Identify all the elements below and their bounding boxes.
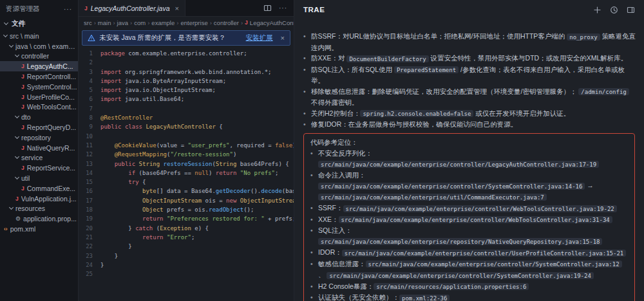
- code-line[interactable]: 11 @CookieValue(value = "user_prefs", re…: [79, 141, 294, 150]
- breadcrumb-separator-icon: ›: [94, 19, 96, 26]
- breadcrumb-item[interactable]: LegacyAuthCont...: [250, 19, 294, 26]
- tree-item-label: service: [21, 154, 43, 161]
- tree-file-row[interactable]: ⚙application.prop...: [0, 214, 78, 224]
- breadcrumb-item[interactable]: src: [84, 19, 92, 26]
- code-line[interactable]: 23 }: [79, 251, 294, 260]
- code-reference-chip[interactable]: no_proxy: [567, 33, 600, 41]
- tree-folder-row[interactable]: dto: [0, 112, 78, 122]
- code-reference-chip[interactable]: DocumentBuilderFactory: [346, 55, 428, 62]
- reference-item: •命令注入调用：src/main/java/com/example/enterp…: [310, 170, 628, 203]
- tree-folder-row[interactable]: src \ main: [0, 31, 78, 41]
- panel-layout-icon[interactable]: [627, 6, 635, 14]
- editor-more-icon[interactable]: ···: [279, 5, 287, 12]
- breadcrumb-item[interactable]: com: [134, 19, 146, 26]
- code-reference-chip[interactable]: src/main/java/com/example/enterprise/con…: [342, 250, 626, 257]
- bullet-icon: •: [303, 119, 306, 130]
- tree-file-row[interactable]: JCommandExe...: [0, 183, 78, 194]
- code-reference-chip[interactable]: src/main/resources/application.propertie…: [374, 283, 529, 290]
- code-text: import java.util.Base64;: [100, 95, 184, 104]
- tree-file-row[interactable]: JUserProfileCo...: [0, 92, 78, 102]
- code-line[interactable]: 8@RestController: [79, 113, 294, 122]
- code-line[interactable]: 21 return "Error";: [79, 233, 294, 242]
- code-line[interactable]: 15 try {: [79, 178, 294, 187]
- tree-file-row[interactable]: JSystemControl...: [0, 82, 78, 92]
- code-line[interactable]: 1package com.example.enterprise.controll…: [79, 49, 294, 58]
- split-editor-icon[interactable]: [263, 4, 272, 12]
- files-section-header[interactable]: 文件: [0, 17, 78, 31]
- reference-item: •IDOR：src/main/java/com/example/enterpri…: [310, 247, 628, 259]
- code-line[interactable]: 25: [79, 269, 294, 278]
- explorer-more-icon[interactable]: ···: [64, 6, 72, 13]
- code-line[interactable]: 13 public String restoreSession(String b…: [79, 160, 294, 169]
- files-section-label: 文件: [12, 19, 25, 28]
- breadcrumb-item[interactable]: main: [98, 19, 111, 26]
- tree-file-row[interactable]: JReportService...: [0, 163, 78, 173]
- breadcrumb-item[interactable]: controller: [214, 19, 239, 26]
- tree-file-row[interactable]: JWebToolsCont...: [0, 102, 78, 113]
- code-reference-chip[interactable]: src/main/java/com/example/enterprise/con…: [343, 205, 617, 212]
- tree-file-row[interactable]: JReportQueryD...: [0, 122, 78, 132]
- code-reference-chip[interactable]: src/main/java/com/example/enterprise/rep…: [318, 238, 602, 245]
- history-icon[interactable]: [610, 6, 618, 14]
- code-area[interactable]: 1package com.example.enterprise.controll…: [79, 47, 294, 301]
- tree-file-row[interactable]: JNativeQueryR...: [0, 143, 78, 153]
- line-number: 4: [79, 77, 100, 86]
- code-text: public String restoreSession(String base…: [100, 160, 289, 169]
- code-line[interactable]: 5import java.io.ObjectInputStream;: [79, 86, 294, 95]
- code-reference-chip[interactable]: src/main/java/com/example/enterprise/con…: [339, 216, 612, 223]
- code-line[interactable]: 3import org.springframework.web.bind.ann…: [79, 68, 294, 77]
- code-line[interactable]: 9public class LegacyAuthController {: [79, 122, 294, 131]
- chevron-down-icon: [4, 21, 8, 25]
- tree-item-label: CommandExe...: [27, 185, 75, 192]
- code-reference-chip[interactable]: pom.xml:22-36: [399, 295, 450, 301]
- code-text: @CookieValue(value = "user_prefs", requi…: [100, 141, 294, 150]
- assistant-message: •防SSRF：对URL做协议与目标地址白名单；拒绝私网/环回地址；使用HTTP客…: [294, 19, 644, 301]
- tree-file-row[interactable]: JLegacyAuthC...: [0, 61, 78, 71]
- java-file-icon: J: [15, 196, 19, 202]
- code-line[interactable]: 6import java.util.Base64;: [79, 95, 294, 104]
- notification-close-icon[interactable]: ×: [281, 34, 285, 42]
- code-line[interactable]: 18 Object prefs = ois.readObject();: [79, 205, 294, 214]
- code-reference-chip[interactable]: src/main/java/com/example/enterprise/con…: [327, 272, 593, 279]
- assistant-bullet: •防SSRF：对URL做协议与目标地址白名单；拒绝私网/环回地址；使用HTTP客…: [303, 31, 636, 53]
- tree-folder-row[interactable]: java \ com \ exampl...: [0, 41, 78, 51]
- code-line[interactable]: 20 } catch (Exception e) {: [79, 224, 294, 233]
- code-line[interactable]: 4import java.io.ByteArrayInputStream;: [79, 77, 294, 86]
- breadcrumb-item[interactable]: example: [151, 19, 175, 26]
- tree-file-row[interactable]: ‹›pom.xml: [0, 224, 78, 234]
- tree-folder-row[interactable]: util: [0, 173, 78, 183]
- code-line[interactable]: 10: [79, 132, 294, 141]
- tab-close-icon[interactable]: ×: [175, 5, 179, 12]
- code-reference-chip[interactable]: src/main/java/com/example/enterprise/uti…: [318, 194, 547, 201]
- line-number: 23: [79, 251, 100, 260]
- tree-folder-row[interactable]: repository: [0, 132, 78, 143]
- tree-folder-row[interactable]: controller: [0, 51, 78, 62]
- tree-folder-row[interactable]: service: [0, 153, 78, 163]
- code-reference-chip[interactable]: /admin/config: [578, 88, 629, 95]
- code-line[interactable]: 7: [79, 104, 294, 113]
- code-line[interactable]: 2: [79, 58, 294, 67]
- java-file-icon: J: [245, 19, 248, 26]
- tab-legacyauthcontroller[interactable]: J LegacyAuthController.java ×: [79, 0, 185, 16]
- line-number: 14: [79, 169, 100, 178]
- install-extension-link[interactable]: 安装扩展: [246, 33, 273, 42]
- reference-title: 代码参考定位：: [310, 136, 628, 148]
- code-reference-chip[interactable]: src/main/java/com/example/enterprise/con…: [318, 161, 599, 168]
- new-chat-icon[interactable]: [593, 6, 601, 14]
- code-line[interactable]: 16 byte[] data = Base64.getDecoder().dec…: [79, 187, 294, 196]
- breadcrumb-item[interactable]: enterprise: [180, 19, 207, 26]
- tree-file-row[interactable]: JVulnApplication.j...: [0, 194, 78, 204]
- code-line[interactable]: 12 @RequestMapping("/restore-session"): [79, 150, 294, 159]
- code-reference-chip[interactable]: src/main/java/com/example/enterprise/con…: [366, 260, 622, 268]
- code-reference-chip[interactable]: PreparedStatement: [394, 66, 459, 73]
- code-reference-chip[interactable]: src/main/java/com/example/enterprise/con…: [318, 183, 585, 190]
- tree-file-row[interactable]: JReportControll...: [0, 71, 78, 82]
- code-reference-chip[interactable]: spring.h2.console.enabled=false: [360, 110, 473, 117]
- code-line[interactable]: 14 if (base64Prefs == null) return "No p…: [79, 169, 294, 178]
- code-line[interactable]: 22 }: [79, 242, 294, 251]
- code-line[interactable]: 19 return "Preferences restored for: " +…: [79, 214, 294, 223]
- code-line[interactable]: 17 ObjectInputStream ois = new ObjectInp…: [79, 196, 294, 205]
- tree-folder-row[interactable]: resources: [0, 204, 78, 214]
- breadcrumb-item[interactable]: java: [117, 19, 128, 26]
- code-line[interactable]: 24}: [79, 260, 294, 269]
